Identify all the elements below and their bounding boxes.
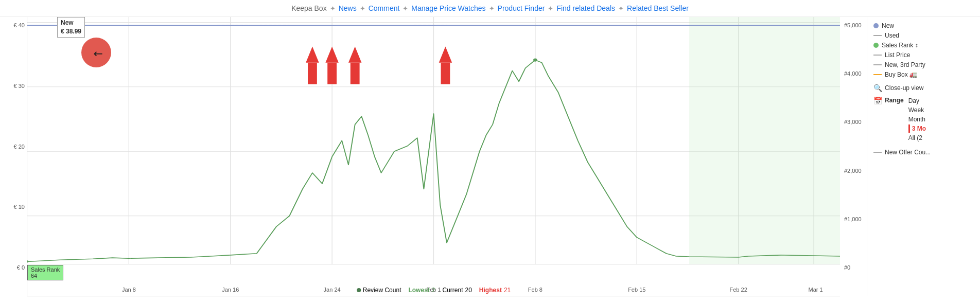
legend-list-price-label: List Price <box>885 51 910 59</box>
calendar-icon: 📅 <box>873 97 882 105</box>
legend-panel: New Used Sales Rank ↕ List Price New, 3r… <box>867 17 980 296</box>
svg-marker-24 <box>439 46 452 62</box>
current-value: 20 <box>465 287 472 294</box>
close-up-view-label: Close-up view <box>885 84 923 92</box>
bottom-legend: Review Count Lowest 2 Current 20 Highest… <box>357 287 511 294</box>
svg-marker-20 <box>325 46 338 62</box>
highest-label: Highest <box>479 287 502 294</box>
price-tooltip-line1: New <box>61 19 81 27</box>
legend-new-offer-count-label: New Offer Cou... <box>885 149 931 156</box>
nav-keepa-box-label: Keepa Box <box>291 4 327 12</box>
highest-value: 21 <box>504 287 511 294</box>
svg-marker-22 <box>348 46 361 62</box>
y-left-label-0: € 0 <box>2 264 25 271</box>
y-left-label-40: € 40 <box>2 22 25 28</box>
legend-list-price: List Price <box>873 51 974 59</box>
nav-link-product-finder[interactable]: Product Finder <box>498 4 545 12</box>
range-month[interactable]: Month <box>908 115 926 123</box>
chart-area: New € 38.99 ↖ <box>27 17 840 296</box>
y-left-label-10: € 10 <box>2 204 25 210</box>
current-legend: Current 20 <box>442 287 471 294</box>
chart-container: € 40 € 30 € 20 € 10 € 0 New € 38.99 ↖ <box>0 17 980 296</box>
legend-used-label: Used <box>885 32 899 39</box>
y-right-label-4000: #4,000 <box>844 70 865 77</box>
sales-rank-label: Sales Rank <box>31 266 60 273</box>
legend-new-offer-count: New Offer Cou... <box>873 149 974 156</box>
svg-point-27 <box>533 58 537 61</box>
sales-rank-value: 64 <box>31 273 60 279</box>
legend-used-dash <box>873 35 882 36</box>
price-tooltip-line2: € 38.99 <box>61 27 81 36</box>
range-options: Day Week Month 3 Mo All (2 <box>908 97 926 142</box>
lowest-legend: Lowest 2 <box>408 287 435 294</box>
svg-rect-13 <box>689 17 840 264</box>
legend-used: Used <box>873 32 974 39</box>
nav-link-find-related-deals[interactable]: Find related Deals <box>556 4 615 12</box>
chart-left: € 40 € 30 € 20 € 10 € 0 New € 38.99 ↖ <box>0 17 867 296</box>
y-right-label-1000: #1,000 <box>844 216 865 222</box>
nav-link-comment[interactable]: Comment <box>369 4 400 12</box>
search-icon: 🔍 <box>873 84 882 92</box>
y-axis-left: € 40 € 30 € 20 € 10 € 0 <box>0 17 27 296</box>
chart-svg <box>27 17 840 280</box>
svg-rect-19 <box>308 63 317 84</box>
legend-sales-rank: Sales Rank ↕ <box>873 42 974 49</box>
y-left-label-30: € 30 <box>2 83 25 89</box>
cursor-arrow-icon: ↖ <box>90 46 106 62</box>
y-left-label-20: € 20 <box>2 144 25 150</box>
legend-buy-box-label: Buy Box 🚛 <box>885 71 917 78</box>
legend-new: New <box>873 22 974 29</box>
legend-buy-box: Buy Box 🚛 <box>873 71 974 78</box>
legend-new-3rd-party: New, 3rd Party <box>873 61 974 68</box>
range-day[interactable]: Day <box>908 97 926 105</box>
legend-new-label: New <box>882 22 894 29</box>
close-up-view-button[interactable]: 🔍 Close-up view <box>873 84 974 92</box>
y-right-label-5000: #5,000 <box>844 22 865 28</box>
range-label: Range <box>885 97 904 104</box>
review-count-dot <box>357 288 361 292</box>
range-week[interactable]: Week <box>908 106 926 114</box>
range-3mo[interactable]: 3 Mo <box>908 124 926 133</box>
svg-marker-18 <box>306 46 319 62</box>
y-axis-right: #5,000 #4,000 #3,000 #2,000 #1,000 #0 <box>840 17 867 296</box>
lowest-label: Lowest <box>408 287 429 294</box>
x-label-jan8: Jan 8 <box>122 287 136 293</box>
x-label-feb15: Feb 15 <box>628 287 645 293</box>
legend-sales-rank-dot <box>873 43 879 48</box>
current-label: Current <box>442 287 463 294</box>
y-right-label-0: #0 <box>844 264 865 271</box>
x-label-feb22: Feb 22 <box>730 287 747 293</box>
lowest-value: 2 <box>432 287 435 294</box>
review-count-legend: Review Count <box>357 287 401 294</box>
legend-new-3rd-party-dash <box>873 64 882 65</box>
x-label-jan16: Jan 16 <box>222 287 239 293</box>
sales-rank-tooltip: Sales Rank 64 <box>27 265 63 280</box>
cursor-circle: ↖ <box>81 38 111 67</box>
y-right-label-3000: #3,000 <box>844 119 865 125</box>
y-right-label-2000: #2,000 <box>844 168 865 174</box>
svg-rect-25 <box>441 63 450 84</box>
x-label-mar1: Mar 1 <box>809 287 823 293</box>
svg-rect-23 <box>351 63 360 84</box>
legend-buy-box-dash <box>873 74 882 75</box>
price-tooltip: New € 38.99 <box>57 17 85 38</box>
range-all[interactable]: All (2 <box>908 134 926 142</box>
legend-new-offer-count-dash <box>873 152 882 153</box>
nav-link-news[interactable]: News <box>339 4 357 12</box>
nav-bar: Keepa Box ✦ News ✦ Comment ✦ Manage Pric… <box>0 0 980 17</box>
legend-sales-rank-label: Sales Rank ↕ <box>882 42 918 49</box>
nav-link-manage-price-watches[interactable]: Manage Price Watches <box>411 4 485 12</box>
review-count-label: Review Count <box>363 287 401 294</box>
x-label-jan24: Jan 24 <box>324 287 341 293</box>
range-selector: 📅 Range Day Week Month 3 Mo All (2 <box>873 97 974 142</box>
svg-rect-21 <box>327 63 337 84</box>
legend-new-dot <box>873 23 879 28</box>
x-label-feb8: Feb 8 <box>528 287 542 293</box>
svg-point-26 <box>27 260 29 262</box>
legend-list-price-dash <box>873 55 882 56</box>
nav-link-related-best-seller[interactable]: Related Best Seller <box>627 4 689 12</box>
legend-new-3rd-party-label: New, 3rd Party <box>885 61 925 68</box>
highest-legend: Highest 21 <box>479 287 511 294</box>
